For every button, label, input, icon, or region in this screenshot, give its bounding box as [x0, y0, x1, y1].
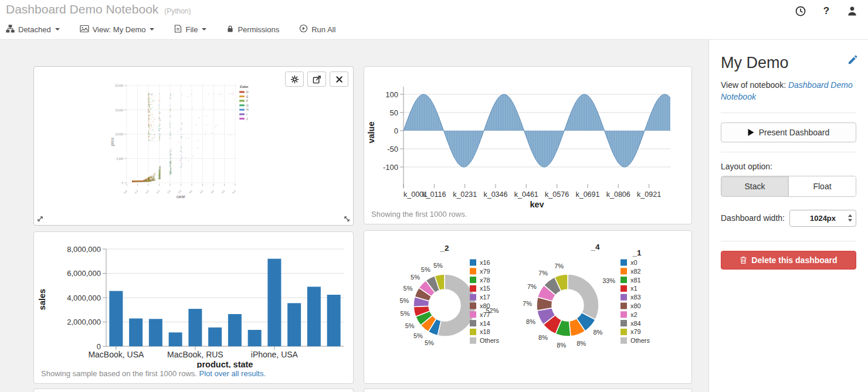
- svg-text:x82: x82: [630, 268, 641, 275]
- svg-text:Others: Others: [480, 337, 500, 344]
- svg-text:product, state: product, state: [197, 360, 253, 368]
- layout-stack-button[interactable]: Stack: [721, 176, 788, 196]
- svg-text:7%: 7%: [527, 283, 537, 290]
- chevron-down-icon: [150, 28, 154, 30]
- pie-legend-swatch: [470, 320, 476, 326]
- bar: [248, 330, 262, 346]
- dashboard-title: My Demo: [721, 54, 856, 72]
- dashboard-width-label: Dashboard width:: [721, 213, 785, 223]
- svg-text:-100: -100: [383, 163, 398, 172]
- svg-text:8%: 8%: [577, 340, 586, 347]
- layout-float-button[interactable]: Float: [788, 176, 856, 196]
- svg-text:x79: x79: [480, 268, 490, 275]
- svg-text:7%: 7%: [523, 300, 532, 307]
- edit-title-icon[interactable]: [847, 55, 857, 67]
- svg-text:sales: sales: [38, 289, 47, 310]
- partial-panel-left[interactable]: [33, 388, 354, 392]
- help-icon[interactable]: ?: [820, 5, 833, 18]
- panel-open-button[interactable]: [307, 71, 326, 87]
- panel-settings-button[interactable]: [285, 71, 304, 87]
- svg-text:x83: x83: [630, 294, 641, 301]
- svg-text:value: value: [367, 121, 376, 143]
- svg-text:8%: 8%: [557, 342, 566, 349]
- cluster-icon: [6, 25, 15, 35]
- svg-text:Others: Others: [630, 337, 650, 344]
- bar: [267, 259, 281, 346]
- donut-charts-panel[interactable]: _252%5%5%5%5%5%5%5%5%5%x16x79x78x15x17x8…: [364, 230, 692, 384]
- file-menu-label: File: [185, 25, 198, 34]
- svg-text:4,000,000: 4,000,000: [67, 294, 101, 302]
- bar: [109, 291, 123, 346]
- dashboard-sidebar: My Demo View of notebook: Dashboard Demo…: [708, 39, 868, 392]
- svg-text:x1: x1: [630, 285, 638, 292]
- partial-panel-right[interactable]: [364, 388, 692, 392]
- run-all-icon: [299, 24, 308, 35]
- permissions-label: Permissions: [238, 25, 279, 34]
- pie-legend-swatch: [621, 329, 627, 335]
- dashboard-canvas: 0.00.51.01.52.02.53.03.54.04.55.005,0001…: [0, 39, 708, 392]
- cluster-menu-label: Detached: [18, 25, 51, 34]
- svg-text:x17: x17: [480, 294, 490, 301]
- dashboard-width-select[interactable]: 1024px: [789, 210, 856, 227]
- plot-over-all-results-link[interactable]: Plot over all results.: [199, 369, 266, 378]
- view-menu-label: View: My Demo: [93, 25, 146, 34]
- svg-text:x18: x18: [480, 328, 490, 335]
- file-menu[interactable]: File: [174, 25, 206, 35]
- svg-text:6,000,000: 6,000,000: [67, 269, 101, 278]
- svg-text:x2: x2: [630, 311, 638, 318]
- sine-chart-panel[interactable]: 100500-50-100k_0001k_0116k_0231k_0346k_0…: [364, 66, 692, 224]
- svg-text:8%: 8%: [526, 318, 535, 325]
- divider: [721, 113, 856, 113]
- svg-text:5%: 5%: [404, 285, 413, 292]
- chevron-down-icon: [55, 28, 60, 30]
- scatter-chart-panel[interactable]: 0.00.51.01.52.02.53.03.54.04.55.005,0001…: [33, 66, 354, 226]
- pie-legend-swatch: [621, 303, 627, 309]
- svg-text:0: 0: [394, 127, 398, 135]
- panel-actions: [285, 71, 348, 87]
- toolbar: Detached View: My Demo File Permissions: [6, 22, 335, 36]
- history-icon[interactable]: [794, 5, 807, 18]
- app-window: Dashboard Demo Notebook (Python) ? Detac…: [0, 0, 868, 392]
- panel-close-button[interactable]: [330, 71, 348, 87]
- bar: [307, 287, 321, 346]
- pie-legend-swatch: [621, 311, 627, 318]
- svg-text:100: 100: [385, 90, 398, 99]
- pie-legend-swatch: [470, 277, 476, 283]
- run-all-label: Run All: [311, 25, 335, 34]
- delete-dashboard-button[interactable]: Delete this dashboard: [721, 251, 856, 270]
- svg-text:5%: 5%: [433, 262, 443, 269]
- layout-option-label: Layout option:: [721, 162, 856, 171]
- svg-text:x14: x14: [480, 320, 490, 327]
- divider: [721, 241, 856, 241]
- svg-text:k_0231: k_0231: [453, 190, 477, 199]
- notebook-language: (Python): [164, 7, 191, 15]
- svg-text:MacBook, RUS: MacBook, RUS: [167, 350, 223, 359]
- svg-text:5%: 5%: [421, 266, 430, 273]
- header-icons: ?: [794, 5, 859, 18]
- svg-text:8%: 8%: [538, 334, 548, 341]
- bar: [169, 332, 182, 346]
- cluster-menu[interactable]: Detached: [6, 25, 60, 35]
- sine-area-chart: 100500-50-100k_0001k_0116k_0231k_0346k_0…: [364, 67, 691, 207]
- svg-text:_2: _2: [439, 244, 449, 253]
- svg-text:5%: 5%: [401, 310, 410, 317]
- resize-handle-sw[interactable]: [36, 214, 45, 223]
- view-menu[interactable]: View: My Demo: [80, 25, 155, 35]
- resize-handle-se[interactable]: [343, 214, 351, 223]
- present-dashboard-button[interactable]: Present Dashboard: [721, 122, 856, 142]
- bar: [208, 328, 222, 346]
- svg-text:x78: x78: [480, 277, 490, 284]
- svg-text:5%: 5%: [413, 332, 423, 339]
- pie-slice: [568, 274, 599, 320]
- bar: [287, 303, 301, 346]
- bars-footer-note: Showing sample based on the first 1000 r…: [41, 369, 266, 378]
- permissions-button[interactable]: Permissions: [226, 25, 279, 35]
- svg-text:k_0461: k_0461: [514, 190, 538, 199]
- svg-text:x84: x84: [630, 320, 641, 327]
- lock-icon: [226, 25, 234, 35]
- bar-chart-panel[interactable]: 02,000,0004,000,0006,000,0008,000,000Mac…: [33, 231, 354, 384]
- svg-text:_4: _4: [590, 243, 600, 251]
- svg-text:2,000,000: 2,000,000: [67, 318, 101, 326]
- user-icon[interactable]: [846, 5, 859, 18]
- run-all-button[interactable]: Run All: [299, 24, 335, 35]
